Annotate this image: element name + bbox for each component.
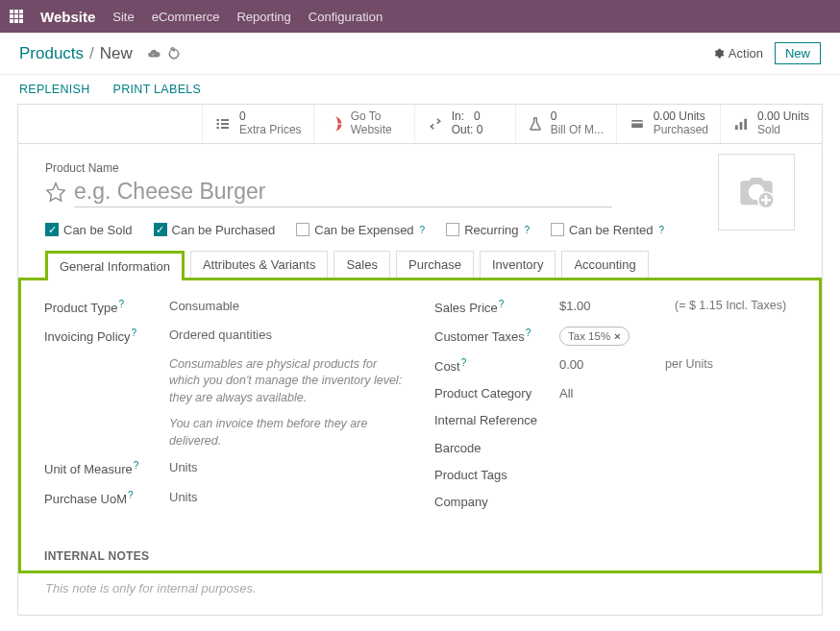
product-category-field[interactable]: All <box>559 385 796 402</box>
invoicing-policy-field[interactable]: Ordered quantities <box>169 327 406 344</box>
apps-icon[interactable] <box>10 10 23 23</box>
check-can-be-sold[interactable]: ✓ Can be Sold <box>45 223 133 237</box>
checkbox-icon: ✓ <box>154 223 167 236</box>
form-left-col: Product Type? Consumable Invoicing Polic… <box>44 298 406 521</box>
subactions: REPLENISH PRINT LABELS <box>0 75 840 104</box>
help-icon[interactable]: ? <box>659 225 665 235</box>
menu-configuration[interactable]: Configuration <box>309 10 383 24</box>
form-right-col: Sales Price? $1.00 (= $ 1.15 Incl. Taxes… <box>434 298 796 521</box>
bar-chart-icon <box>732 116 750 132</box>
tab-sales[interactable]: Sales <box>334 251 390 278</box>
print-labels-button[interactable]: PRINT LABELS <box>113 83 202 96</box>
checkbox-icon <box>296 223 309 236</box>
tab-general-information[interactable]: General Information <box>45 251 185 280</box>
svg-rect-11 <box>744 118 747 129</box>
svg-rect-3 <box>221 119 229 121</box>
top-navbar: Website Site eCommerce Reporting Configu… <box>0 0 840 33</box>
help-icon[interactable]: ? <box>118 299 124 309</box>
stat-sold[interactable]: 0.00 Units Sold <box>721 105 822 143</box>
internal-notes-area: This note is only for internal purposes. <box>18 573 822 615</box>
menu-reporting[interactable]: Reporting <box>236 10 290 24</box>
invoicing-policy-label: Invoicing Policy <box>44 329 131 344</box>
breadcrumb-sep: / <box>89 44 94 63</box>
help-icon[interactable]: ? <box>420 225 426 235</box>
form-sheet: 0 Extra Prices Go To Website In: 0 Out: … <box>17 104 823 616</box>
stat-extra-prices[interactable]: 0 Extra Prices <box>203 105 314 143</box>
transfer-icon <box>427 116 444 132</box>
svg-point-0 <box>216 118 219 121</box>
stat-purchased[interactable]: 0.00 Units Purchased <box>617 105 721 143</box>
tab-purchase[interactable]: Purchase <box>396 251 474 278</box>
remove-tag-icon[interactable]: × <box>614 328 621 344</box>
new-button[interactable]: New <box>775 42 821 64</box>
check-recurring[interactable]: Recurring? <box>446 223 530 237</box>
description-note: Consumables are physical products for wh… <box>169 356 406 407</box>
help-icon[interactable]: ? <box>132 328 137 338</box>
cost-field[interactable]: 0.00 <box>559 356 665 374</box>
tab-inventory[interactable]: Inventory <box>480 251 556 278</box>
product-name-input[interactable] <box>74 177 612 207</box>
globe-icon <box>326 115 343 133</box>
svg-rect-8 <box>631 121 643 123</box>
stat-in-out[interactable]: In: 0 Out: 0 <box>415 105 516 143</box>
list-icon <box>214 116 232 132</box>
product-type-label: Product Type <box>44 301 117 315</box>
sales-price-label: Sales Price <box>434 301 498 315</box>
purchase-uom-field[interactable]: Units <box>169 489 406 506</box>
breadcrumb: Products / New <box>19 44 181 63</box>
svg-point-2 <box>216 126 219 129</box>
checkbox-icon <box>446 223 459 236</box>
help-icon[interactable]: ? <box>461 357 467 368</box>
help-icon[interactable]: ? <box>499 299 505 309</box>
stat-goto-website[interactable]: Go To Website <box>314 105 415 143</box>
favorite-star-icon[interactable] <box>45 182 66 203</box>
cost-label: Cost <box>434 359 460 374</box>
breadcrumb-root[interactable]: Products <box>19 44 84 63</box>
check-can-be-expensed[interactable]: Can be Expensed? <box>296 223 425 237</box>
customer-taxes-label: Customer Taxes <box>434 329 525 344</box>
help-icon[interactable]: ? <box>525 225 531 235</box>
control-panel: Products / New Action New <box>0 33 840 75</box>
checkbox-icon <box>551 223 564 236</box>
stat-bom[interactable]: 0 Bill Of M... <box>516 105 617 143</box>
product-tags-label: Product Tags <box>434 467 559 484</box>
tabs: General Information Attributes & Variant… <box>18 251 822 278</box>
product-image-upload[interactable] <box>718 154 795 231</box>
tab-attributes-variants[interactable]: Attributes & Variants <box>190 251 329 278</box>
purchase-uom-label: Purchase UoM <box>44 492 127 506</box>
option-checks: ✓ Can be Sold ✓ Can be Purchased Can be … <box>45 223 795 237</box>
uom-field[interactable]: Units <box>169 459 406 476</box>
sales-price-field[interactable]: $1.00 <box>559 298 665 315</box>
discard-icon[interactable] <box>167 47 181 61</box>
brand[interactable]: Website <box>40 9 95 25</box>
camera-plus-icon <box>735 173 778 211</box>
cloud-upload-icon[interactable] <box>146 47 161 61</box>
internal-notes-input[interactable]: This note is only for internal purposes. <box>45 581 795 595</box>
uom-label: Unit of Measure <box>44 462 133 476</box>
credit-card-icon <box>629 117 646 131</box>
description-note: You can invoice them before they are del… <box>169 416 406 449</box>
cost-per-unit: per Units <box>665 356 713 374</box>
svg-rect-5 <box>221 127 229 129</box>
gear-icon <box>712 47 725 60</box>
menu-site[interactable]: Site <box>112 10 134 24</box>
help-icon[interactable]: ? <box>526 328 531 338</box>
svg-rect-4 <box>221 123 229 125</box>
action-dropdown[interactable]: Action <box>712 46 763 61</box>
barcode-label: Barcode <box>434 440 559 457</box>
help-icon[interactable]: ? <box>128 490 134 500</box>
sales-price-incl-taxes: (= $ 1.15 Incl. Taxes) <box>675 298 786 315</box>
tab-accounting[interactable]: Accounting <box>561 251 648 278</box>
help-icon[interactable]: ? <box>134 460 139 471</box>
replenish-button[interactable]: REPLENISH <box>19 83 90 96</box>
menu-ecommerce[interactable]: eCommerce <box>152 10 220 24</box>
tax-tag[interactable]: Tax 15% × <box>559 327 630 346</box>
check-can-be-rented[interactable]: Can be Rented? <box>551 223 664 237</box>
internal-notes-title: INTERNAL NOTES <box>21 549 819 570</box>
svg-rect-7 <box>631 120 643 128</box>
check-can-be-purchased[interactable]: ✓ Can be Purchased <box>154 223 276 237</box>
product-name-label: Product Name <box>45 161 795 175</box>
product-type-field[interactable]: Consumable <box>169 298 406 315</box>
breadcrumb-current: New <box>100 44 133 63</box>
general-info-panel: Product Type? Consumable Invoicing Polic… <box>18 278 822 573</box>
